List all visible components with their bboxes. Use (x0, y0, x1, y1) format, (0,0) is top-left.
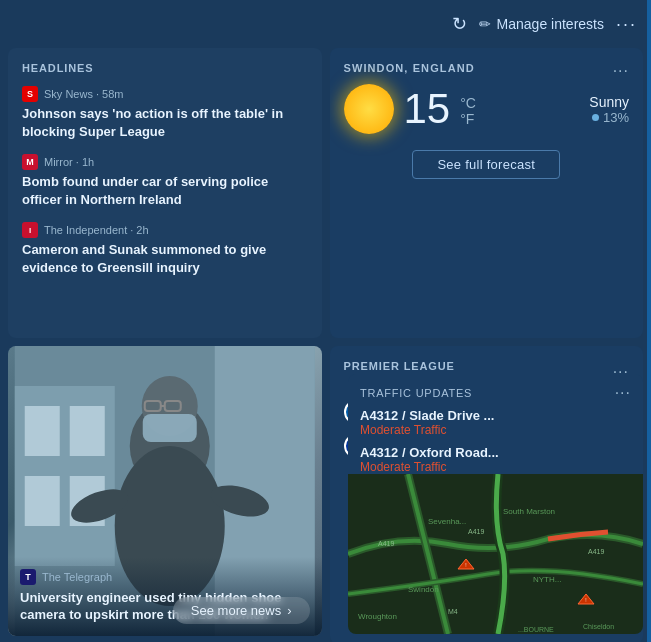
see-more-news-label: See more news (191, 603, 281, 618)
svg-text:A419: A419 (588, 548, 604, 555)
mirror-logo: M (22, 154, 38, 170)
svg-text:!: ! (465, 562, 466, 568)
traffic-status-1: Moderate Traffic (360, 423, 631, 437)
weather-main: 15 °C °F Sunny 13% (344, 84, 630, 134)
manage-interests-button[interactable]: ✏ Manage interests (479, 16, 604, 32)
sky-news-logo: S (22, 86, 38, 102)
traffic-road-2: A4312 / Oxford Road... (360, 445, 631, 460)
weather-condition: Sunny (589, 94, 629, 110)
news-source-3: I The Independent · 2h (22, 222, 308, 238)
traffic-more-button[interactable]: ··· (615, 384, 631, 402)
weather-temperature: 15 (404, 88, 451, 130)
news-source-label-3: The Independent · 2h (44, 224, 149, 236)
weather-rain: 13% (589, 110, 629, 125)
chevron-right-icon: › (287, 603, 291, 618)
independent-logo: I (22, 222, 38, 238)
news-source-2: M Mirror · 1h (22, 154, 308, 170)
weather-units: °C °F (460, 95, 476, 127)
manage-interests-label: Manage interests (497, 16, 604, 32)
svg-text:Swindon: Swindon (408, 585, 439, 594)
news-item-1[interactable]: S Sky News · 58m Johnson says 'no action… (22, 86, 308, 140)
refresh-icon[interactable]: ↻ (452, 13, 467, 35)
traffic-item-1[interactable]: A4312 / Slade Drive ... Moderate Traffic (360, 408, 631, 437)
news-headline-2: Bomb found under car of serving police o… (22, 173, 308, 208)
svg-text:Sevenha...: Sevenha... (428, 517, 466, 526)
svg-text:Wroughton: Wroughton (358, 612, 397, 621)
see-more-news-button[interactable]: See more news › (173, 597, 310, 624)
traffic-map: ! ! Sevenha... South Marston NYTH... Swi… (348, 474, 643, 634)
svg-rect-2 (25, 406, 60, 456)
rain-icon (592, 114, 599, 121)
news-source-label-1: Sky News · 58m (44, 88, 123, 100)
traffic-item-2[interactable]: A4312 / Oxford Road... Moderate Traffic (360, 445, 631, 474)
svg-text:NYTH...: NYTH... (533, 575, 561, 584)
more-options-button[interactable]: ··· (616, 14, 637, 35)
svg-rect-3 (70, 406, 105, 456)
image-article-source: T The Telegraph (20, 569, 310, 585)
svg-rect-12 (143, 414, 197, 442)
news-item-2[interactable]: M Mirror · 1h Bomb found under car of se… (22, 154, 308, 208)
celsius-unit: °C (460, 95, 476, 111)
weather-card: SWINDON, ENGLAND ··· 15 °C °F Sunny 13% … (330, 48, 644, 338)
traffic-status-2: Moderate Traffic (360, 460, 631, 474)
see-full-forecast-button[interactable]: See full forecast (412, 150, 560, 179)
traffic-header: Traffic Updates ··· (348, 374, 643, 408)
sun-icon (344, 84, 394, 134)
image-source-label: The Telegraph (42, 571, 112, 583)
news-headline-3: Cameron and Sunak summoned to give evide… (22, 241, 308, 276)
news-source-1: S Sky News · 58m (22, 86, 308, 102)
traffic-road-1: A4312 / Slade Drive ... (360, 408, 631, 423)
pencil-icon: ✏ (479, 16, 491, 32)
svg-text:Chiseldon: Chiseldon (583, 623, 614, 630)
weather-more-button[interactable]: ··· (613, 62, 629, 80)
svg-text:A419: A419 (378, 540, 394, 547)
svg-text:A419: A419 (468, 528, 484, 535)
traffic-card: Traffic Updates ··· A4312 / Slade Drive … (348, 374, 643, 634)
see-full-forecast-container: See full forecast (344, 150, 630, 179)
traffic-items: A4312 / Slade Drive ... Moderate Traffic… (348, 408, 643, 474)
svg-text:...BOURNE: ...BOURNE (518, 626, 554, 633)
svg-rect-4 (25, 476, 60, 526)
weather-right-panel: Sunny 13% (589, 94, 629, 125)
headlines-card: HEADLINES S Sky News · 58m Johnson says … (8, 48, 322, 338)
right-edge (647, 0, 651, 642)
svg-text:South Marston: South Marston (503, 507, 555, 516)
news-source-label-2: Mirror · 1h (44, 156, 94, 168)
svg-text:M4: M4 (448, 608, 458, 615)
news-item-3[interactable]: I The Independent · 2h Cameron and Sunak… (22, 222, 308, 276)
weather-location: SWINDON, ENGLAND (344, 62, 475, 74)
fahrenheit-unit: °F (460, 111, 476, 127)
premier-league-label: PREMIER LEAGUE (344, 360, 455, 372)
rain-percent: 13% (603, 110, 629, 125)
headlines-label: HEADLINES (22, 62, 308, 74)
svg-text:!: ! (585, 597, 586, 603)
news-headline-1: Johnson says 'no action is off the table… (22, 105, 308, 140)
image-article-card[interactable]: T The Telegraph University engineer used… (8, 346, 322, 636)
top-bar: ↻ ✏ Manage interests ··· (0, 0, 651, 48)
telegraph-logo: T (20, 569, 36, 585)
traffic-label: Traffic Updates (360, 387, 472, 399)
